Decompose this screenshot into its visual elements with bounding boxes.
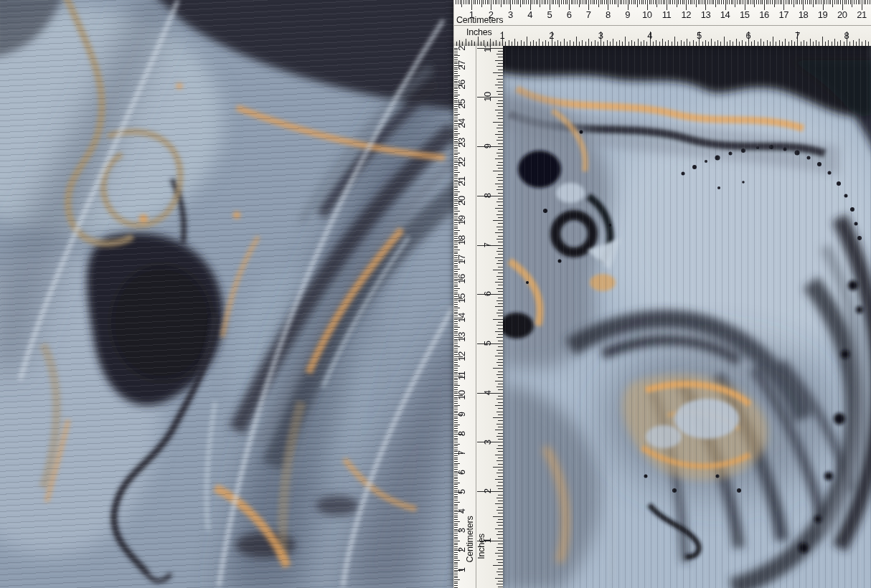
inch-tick <box>730 40 730 46</box>
cm-tick <box>756 0 757 4</box>
cm-tick <box>816 0 817 4</box>
cm-tick <box>573 0 573 4</box>
inch-tick <box>770 42 771 46</box>
cm-tick <box>454 444 460 445</box>
cm-tick <box>778 0 778 4</box>
inch-tick <box>498 279 503 280</box>
inch-tick <box>610 42 611 46</box>
inch-tick <box>715 42 715 46</box>
inch-tick <box>495 85 503 85</box>
cm-tick <box>692 0 692 4</box>
inch-number: 3 <box>482 440 493 445</box>
cm-tick <box>454 560 460 561</box>
cm-tick <box>601 0 601 4</box>
inch-tick <box>557 40 558 46</box>
inch-tick <box>496 313 503 313</box>
cm-tick <box>466 0 466 4</box>
cm-tick <box>684 0 684 4</box>
cm-tick <box>524 0 524 4</box>
cm-tick <box>454 362 458 363</box>
cm-tick <box>629 0 630 4</box>
inch-number: 9 <box>482 144 493 149</box>
cm-tick <box>454 543 458 544</box>
inch-tick <box>868 42 869 46</box>
cm-tick <box>634 0 634 4</box>
inch-tick <box>498 267 503 267</box>
cm-number: 10 <box>456 390 467 399</box>
inch-tick <box>849 42 850 46</box>
cm-tick <box>454 310 458 310</box>
cm-tick <box>781 0 782 4</box>
inch-tick <box>498 242 503 242</box>
cm-tick <box>454 71 458 72</box>
cm-tick <box>598 0 599 7</box>
cm-tick <box>463 0 464 4</box>
inch-tick <box>495 331 503 332</box>
inch-tick <box>498 414 503 415</box>
cm-tick <box>454 418 458 419</box>
cm-tick <box>567 0 568 4</box>
cm-tick <box>458 0 458 4</box>
cm-tick <box>454 174 458 175</box>
inch-tick <box>539 39 540 46</box>
inch-tick <box>665 42 666 46</box>
inch-tick <box>498 143 503 144</box>
cm-tick <box>789 0 790 4</box>
inch-tick <box>498 408 503 409</box>
cm-number: 2 <box>489 9 494 20</box>
cm-number: 6 <box>567 9 572 20</box>
inch-tick <box>496 510 503 511</box>
cm-tick <box>776 0 776 4</box>
inch-tick <box>498 507 503 508</box>
cm-tick <box>593 0 593 4</box>
inch-tick <box>498 538 503 539</box>
inch-number: 10 <box>482 93 493 102</box>
inch-tick <box>496 448 503 449</box>
cm-tick <box>454 425 460 425</box>
inch-tick <box>779 40 780 46</box>
cm-tick <box>596 0 597 4</box>
cm-tick <box>623 0 624 4</box>
inch-tick <box>496 559 503 560</box>
cm-tick <box>850 0 851 4</box>
cm-tick <box>618 0 618 7</box>
cm-tick <box>799 0 800 4</box>
cm-tick <box>454 457 458 458</box>
cm-tick <box>454 114 460 115</box>
cm-tick <box>719 0 720 4</box>
inch-tick <box>498 174 503 175</box>
inch-tick <box>496 91 503 92</box>
cm-tick <box>865 0 866 4</box>
inch-number: 2 <box>482 489 493 494</box>
inch-tick <box>495 503 503 504</box>
inch-tick <box>496 473 503 473</box>
inch-tick <box>495 158 503 159</box>
cm-tick <box>678 0 679 4</box>
cm-tick <box>454 230 460 231</box>
inch-tick <box>785 39 786 46</box>
cm-tick <box>797 0 798 4</box>
cm-tick <box>645 0 646 4</box>
cm-tick <box>454 304 458 305</box>
cm-number: 19 <box>456 216 467 225</box>
cm-tick <box>454 558 458 559</box>
cm-tick <box>454 194 458 194</box>
inch-tick <box>498 131 503 132</box>
inch-tick <box>603 42 604 46</box>
cm-tick <box>565 0 566 4</box>
inch-tick <box>495 381 503 381</box>
cm-tick <box>561 0 562 4</box>
inch-tick <box>495 479 503 480</box>
cm-tick <box>860 0 860 4</box>
cm-number: 4 <box>456 509 467 514</box>
inch-tick <box>498 254 503 255</box>
inch-tick <box>498 328 503 329</box>
inch-tick <box>739 42 740 46</box>
cm-tick <box>454 401 458 402</box>
cm-number: 3 <box>456 528 467 534</box>
inch-number: 3 <box>598 30 603 41</box>
cm-tick <box>649 0 650 4</box>
cm-tick <box>544 0 545 4</box>
cm-tick <box>454 209 458 209</box>
inch-tick <box>498 125 503 125</box>
